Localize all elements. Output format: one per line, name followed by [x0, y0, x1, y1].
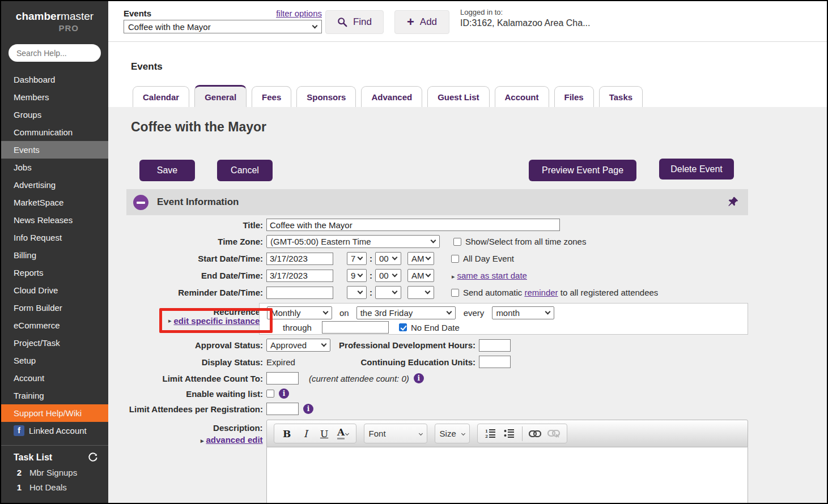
approval-status-select[interactable]: Approved	[266, 339, 330, 352]
editor-body[interactable]	[266, 447, 748, 504]
sidebar-item-ecommerce[interactable]: eCommerce	[1, 317, 108, 334]
cancel-button[interactable]: Cancel	[217, 160, 273, 181]
action-button-row: Save Cancel Preview Event Page Delete Ev…	[126, 159, 734, 182]
pdh-input[interactable]	[479, 339, 511, 352]
advanced-edit-link[interactable]: advanced edit	[206, 435, 263, 445]
sidebar-item-setup[interactable]: Setup	[1, 352, 108, 369]
sidebar-item-info-request[interactable]: Info Request	[1, 229, 108, 246]
event-select[interactable]: Coffee with the Mayor	[124, 20, 322, 33]
size-dropdown[interactable]: Size	[435, 424, 470, 443]
recurrence-frequency-select[interactable]: Monthly	[267, 306, 332, 319]
ceu-input[interactable]	[479, 356, 511, 368]
numbered-list-button[interactable]: 12	[482, 425, 499, 442]
app-logo: chambermaster	[1, 1, 108, 23]
sidebar-item-account[interactable]: Account	[1, 369, 108, 387]
add-button[interactable]: + Add	[394, 10, 449, 34]
per-registration-input[interactable]	[266, 403, 299, 415]
font-dropdown[interactable]: Font	[364, 424, 427, 443]
tab-advanced[interactable]: Advanced	[361, 86, 422, 107]
remove-link-button[interactable]	[546, 425, 562, 442]
start-hour-select[interactable]: 7	[347, 252, 367, 265]
waiting-list-checkbox[interactable]	[266, 390, 274, 398]
event-information-header[interactable]: Event Information	[126, 189, 748, 215]
sidebar-item-label: Info Request	[14, 229, 62, 246]
all-day-event-checkbox[interactable]	[451, 255, 459, 263]
end-minute-select[interactable]: 00	[375, 269, 401, 282]
no-end-date-checkbox[interactable]	[399, 323, 407, 331]
tab-sponsors[interactable]: Sponsors	[296, 86, 356, 107]
recurrence-period-select[interactable]: month	[492, 306, 554, 319]
limit-attendee-input[interactable]	[266, 372, 299, 385]
sidebar-item-linked-account[interactable]: fLinked Account	[1, 422, 108, 439]
bullet-list-button[interactable]	[501, 425, 517, 442]
start-ampm-select[interactable]: AM	[407, 252, 434, 265]
task-item[interactable]: 1Hot Deals	[14, 482, 98, 492]
tab-files[interactable]: Files	[554, 86, 594, 107]
preview-event-page-button[interactable]: Preview Event Page	[529, 160, 636, 181]
edit-specific-instance-link[interactable]: edit specific instance	[174, 316, 260, 326]
timezone-select[interactable]: (GMT-05:00) Eastern Time	[266, 235, 440, 248]
title-input[interactable]	[266, 219, 560, 231]
approval-status-row: Approval Status: Approved Professional D…	[126, 339, 748, 352]
sidebar-item-cloud-drive[interactable]: Cloud Drive	[1, 281, 108, 299]
reminder-link[interactable]: reminder	[524, 288, 558, 297]
sidebar-item-training[interactable]: Training	[1, 387, 108, 404]
sidebar-item-dashboard[interactable]: Dashboard	[1, 71, 108, 88]
tab-general[interactable]: General	[194, 85, 247, 107]
tab-calendar[interactable]: Calendar	[133, 86, 189, 107]
sidebar-item-reports[interactable]: Reports	[1, 264, 108, 281]
tab-fees[interactable]: Fees	[252, 86, 291, 107]
through-date-input[interactable]	[322, 321, 389, 334]
sidebar-item-support-help-wiki[interactable]: Support Help/Wiki	[1, 404, 108, 422]
sidebar-item-advertising[interactable]: Advertising	[1, 176, 108, 194]
pushpin-icon[interactable]	[727, 196, 739, 208]
sidebar-item-project-task[interactable]: Project/Task	[1, 334, 108, 352]
sidebar-item-jobs[interactable]: Jobs	[1, 159, 108, 176]
reminder-ampm-select[interactable]	[407, 286, 434, 299]
send-reminder-checkbox[interactable]	[451, 289, 459, 297]
info-icon[interactable]: i	[303, 404, 313, 414]
end-date-input[interactable]	[266, 270, 333, 282]
reminder-minute-select[interactable]	[375, 286, 401, 299]
start-datetime-row: Start Date/Time: 7 : 00 AM All Day Event	[126, 252, 748, 265]
sidebar-item-groups[interactable]: Groups	[1, 106, 108, 123]
start-minute-select[interactable]: 00	[375, 252, 401, 265]
chevron-down-icon	[461, 432, 465, 435]
sidebar-item-news-releases[interactable]: News Releases	[1, 211, 108, 229]
info-icon[interactable]: i	[279, 388, 289, 399]
refresh-icon[interactable]	[88, 452, 98, 463]
help-search-box[interactable]	[9, 44, 101, 62]
collapse-icon[interactable]	[133, 195, 148, 210]
filter-options-link[interactable]: filter options	[276, 8, 322, 18]
help-search-input[interactable]	[16, 49, 90, 58]
end-hour-select[interactable]: 9	[347, 269, 367, 282]
text-color-button[interactable]: A	[335, 425, 351, 442]
bold-button[interactable]: B	[279, 425, 295, 442]
sidebar-item-events[interactable]: Events	[1, 141, 108, 159]
find-button[interactable]: Find	[325, 10, 384, 34]
sidebar-item-members[interactable]: Members	[1, 88, 108, 106]
recurrence-day-select[interactable]: the 3rd Friday	[356, 306, 456, 319]
reminder-date-input[interactable]	[266, 287, 333, 299]
sidebar-item-communication[interactable]: Communication	[1, 123, 108, 141]
all-timezones-checkbox[interactable]	[453, 238, 461, 246]
italic-button[interactable]: I	[298, 425, 314, 442]
sidebar-item-marketspace[interactable]: MarketSpace	[1, 194, 108, 211]
info-icon[interactable]: i	[414, 373, 424, 383]
tab-guest-list[interactable]: Guest List	[427, 86, 489, 107]
sidebar-item-billing[interactable]: Billing	[1, 246, 108, 264]
underline-button[interactable]: U	[316, 425, 333, 442]
tab-tasks[interactable]: Tasks	[599, 86, 643, 107]
end-ampm-select[interactable]: AM	[407, 269, 434, 282]
delete-event-button[interactable]: Delete Event	[659, 159, 734, 180]
sidebar-item-label: Training	[14, 387, 44, 404]
same-as-start-date-link[interactable]: same as start date	[457, 271, 527, 280]
tab-account[interactable]: Account	[495, 86, 549, 107]
task-item[interactable]: 2Mbr Signups	[14, 468, 98, 477]
insert-link-button[interactable]	[527, 425, 543, 442]
sidebar-item-form-builder[interactable]: Form Builder	[1, 299, 108, 317]
svg-text:2: 2	[485, 434, 488, 438]
start-date-input[interactable]	[266, 253, 333, 265]
save-button[interactable]: Save	[139, 160, 195, 181]
reminder-hour-select[interactable]	[347, 286, 367, 299]
